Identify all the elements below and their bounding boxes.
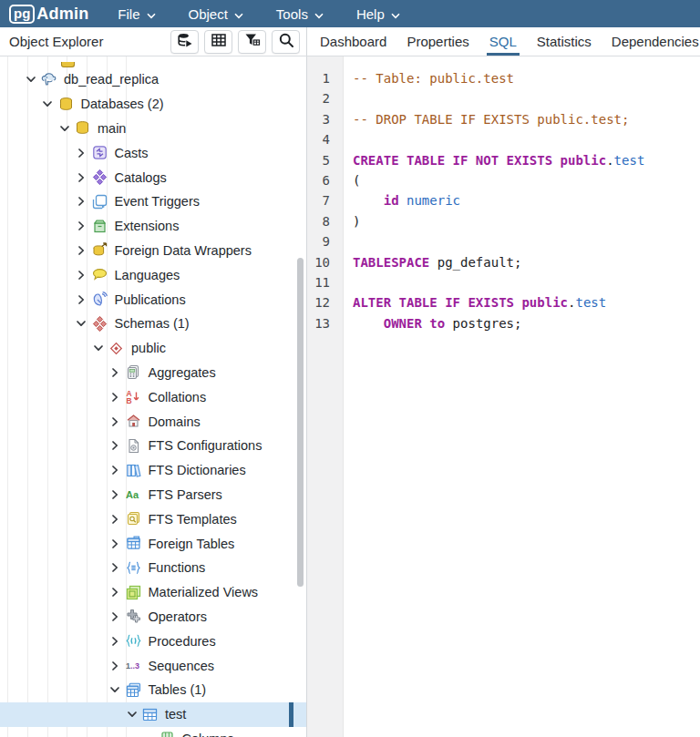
svg-text:B: B	[126, 396, 131, 404]
tab-dashboard[interactable]: Dashboard	[310, 27, 396, 56]
menu-tools[interactable]: Tools	[276, 6, 324, 22]
code-line: ALTER TABLE IF EXISTS public.test	[353, 292, 700, 312]
tree-item-databases-2[interactable]: Databases (2)	[0, 92, 306, 117]
procedures-icon	[126, 633, 141, 649]
chevron-right-icon[interactable]	[110, 514, 120, 524]
chevron-right-icon[interactable]	[144, 733, 154, 737]
sql-code[interactable]: -- Table: public.test -- DROP TABLE IF E…	[344, 56, 700, 737]
code-segment-type: test	[575, 295, 606, 310]
tab-properties[interactable]: Properties	[396, 27, 479, 56]
tree-item-aggregates[interactable]: Aggregates	[0, 361, 306, 385]
tree-item-fts-parsers[interactable]: AaFTS Parsers	[0, 483, 306, 507]
chevron-right-icon[interactable]	[110, 636, 120, 646]
code-segment-keyword: to	[429, 316, 445, 331]
code-line: OWNER to postgres;	[353, 313, 700, 333]
tree-item-event-triggers[interactable]: Event Triggers	[0, 189, 306, 214]
sql-panel: 12345678910111213 -- Table: public.test …	[307, 56, 700, 737]
chevron-right-icon[interactable]	[110, 392, 120, 402]
tab-statistics[interactable]: Statistics	[527, 27, 602, 56]
line-number: 5	[307, 150, 330, 170]
tree-item-foreign-tables[interactable]: Foreign Tables	[0, 531, 306, 556]
chevron-right-icon[interactable]	[110, 538, 120, 548]
view-data-grid-icon	[211, 32, 227, 51]
filter-data-button[interactable]	[238, 30, 266, 54]
chevron-right-icon[interactable]	[110, 660, 120, 670]
code-line: id numeric	[353, 190, 700, 210]
tree-item-label: Publications	[115, 292, 186, 307]
menu-file[interactable]: File	[118, 6, 155, 22]
tree-item-publications[interactable]: Publications	[0, 287, 306, 312]
tree-item-materialized-views[interactable]: Materialized Views	[0, 580, 306, 605]
tree-item-label: Domains	[149, 415, 201, 429]
chevron-down-icon[interactable]	[26, 75, 36, 85]
tree-item-db-read-replica[interactable]: db_read_replica	[0, 67, 306, 92]
tree-item-procedures[interactable]: Procedures	[0, 629, 306, 653]
tree-item-tables-1[interactable]: Tables (1)	[0, 678, 306, 702]
tree-item-label: Procedures	[149, 634, 216, 649]
tree-scrollbar-thumb[interactable]	[297, 258, 304, 587]
catalogs-icon	[92, 169, 108, 185]
materialized-views-icon	[126, 585, 141, 600]
code-line: )	[353, 211, 700, 231]
chevron-right-icon[interactable]	[77, 270, 87, 280]
tree-item-catalogs[interactable]: Catalogs	[0, 165, 306, 189]
chevron-right-icon[interactable]	[77, 197, 87, 207]
code-segment-comment: -- Table: public.test	[353, 71, 514, 86]
tree-item-sequences[interactable]: 1..3Sequences	[0, 653, 306, 678]
tree-item-label: Schemas (1)	[115, 316, 190, 331]
chevron-right-icon[interactable]	[77, 148, 87, 158]
chevron-down-icon[interactable]	[110, 685, 120, 695]
menu-label: Tools	[276, 6, 308, 22]
code-segment-plain: .	[606, 153, 613, 168]
main-area: db_read_replicaDatabases (2)mainCastsCat…	[0, 56, 700, 737]
tree-item-fts-dictionaries[interactable]: FTS Dictionaries	[0, 458, 306, 483]
chevron-right-icon[interactable]	[110, 489, 120, 499]
tree-item-casts[interactable]: Casts	[0, 140, 306, 165]
chevron-right-icon[interactable]	[110, 611, 120, 621]
search-objects-button[interactable]	[272, 30, 300, 54]
tree-item-test[interactable]: test	[0, 702, 306, 727]
tab-dependencies[interactable]: Dependencies	[602, 27, 700, 56]
tab-sql[interactable]: SQL	[479, 27, 527, 56]
tree-item-public[interactable]: public	[0, 336, 306, 361]
chevron-right-icon[interactable]	[77, 172, 87, 182]
table-icon	[142, 707, 158, 722]
chevron-right-icon[interactable]	[77, 245, 87, 255]
tree-item-main[interactable]: main	[0, 117, 306, 141]
database-icon	[75, 120, 90, 136]
menu-object[interactable]: Object	[189, 6, 243, 22]
code-segment-plain: postgres;	[445, 316, 521, 331]
tree-item-fts-configurations[interactable]: FTS Configurations	[0, 434, 306, 458]
tree-item-operators[interactable]: Operators	[0, 605, 306, 630]
tree-item-collations[interactable]: ABCollations	[0, 384, 306, 409]
tree-item-columns[interactable]: Columns	[0, 727, 306, 737]
tree-item-domains[interactable]: Domains	[0, 409, 306, 434]
menu-help[interactable]: Help	[356, 6, 400, 22]
chevron-right-icon[interactable]	[110, 563, 120, 573]
chevron-right-icon[interactable]	[110, 588, 120, 598]
chevron-down-icon[interactable]	[127, 710, 137, 720]
code-segment-plain	[353, 193, 384, 208]
tree-item-label: FTS Templates	[149, 512, 237, 527]
chevron-right-icon[interactable]	[110, 367, 120, 377]
tree-item-functions[interactable]: Functions	[0, 556, 306, 580]
chevron-down-icon[interactable]	[93, 343, 103, 353]
tree-item-extensions[interactable]: Extensions	[0, 214, 306, 239]
tree-item-schemas-1[interactable]: Schemas (1)	[0, 312, 306, 336]
chevron-right-icon[interactable]	[110, 466, 120, 476]
chevron-right-icon[interactable]	[77, 294, 87, 304]
fts-parsers-icon: Aa	[126, 486, 141, 502]
database-connect-button[interactable]	[170, 30, 199, 54]
view-data-grid-button[interactable]	[204, 30, 232, 54]
tree-item-label: Functions	[149, 560, 206, 575]
tree-item-languages[interactable]: Languages	[0, 262, 306, 287]
chevron-down-icon[interactable]	[59, 123, 69, 133]
chevron-down-icon[interactable]	[43, 99, 53, 109]
chevron-right-icon[interactable]	[77, 221, 87, 231]
chevron-right-icon[interactable]	[110, 416, 120, 426]
chevron-down-icon[interactable]	[77, 319, 87, 329]
chevron-right-icon[interactable]	[110, 441, 120, 451]
tree-item-label: test	[165, 707, 186, 722]
tree-item-fts-templates[interactable]: FTS Templates	[0, 507, 306, 531]
tree-item-foreign-data-wrappers[interactable]: Foreign Data Wrappers	[0, 239, 306, 263]
